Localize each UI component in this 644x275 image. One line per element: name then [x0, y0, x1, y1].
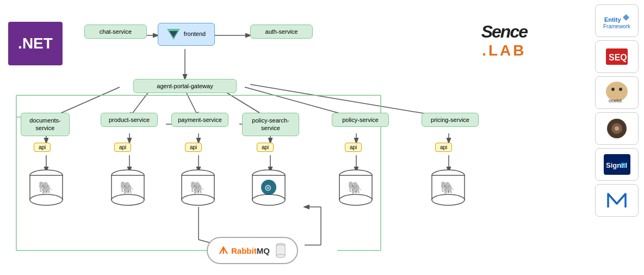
dotnet-text: .NET — [18, 35, 53, 52]
chat-service: chat-service — [84, 25, 147, 39]
policy-search-api: api — [257, 143, 274, 152]
svg-text:🐘: 🐘 — [348, 180, 363, 195]
policy-service: policy-service — [332, 113, 389, 127]
pricing-db: 🐘 — [428, 169, 468, 207]
svg-point-63 — [276, 254, 285, 258]
dotnet-logo: .NET — [8, 22, 63, 65]
chat-label: chat-service — [100, 28, 132, 35]
svg-point-59 — [432, 194, 465, 205]
lab-top-text: Sence — [481, 22, 527, 42]
pricing-service: pricing-service — [422, 113, 479, 127]
entity-framework-icon: Entity Framework — [595, 4, 639, 37]
pricing-label: pricing-service — [431, 117, 469, 123]
svg-text:🐘: 🐘 — [440, 180, 455, 195]
ocelot-icon: ocelot — [595, 76, 639, 109]
product-label: product-service — [109, 117, 150, 123]
gateway-label: agent-portal-gateway — [157, 83, 213, 89]
payment-api-label: api — [190, 144, 197, 150]
product-api: api — [114, 143, 131, 152]
seq-icon: SEQ — [595, 40, 639, 73]
svg-text:🐘: 🐘 — [190, 180, 205, 195]
auth-service: auth-service — [250, 25, 313, 39]
product-service: product-service — [101, 113, 158, 127]
svg-text:🐘: 🐘 — [38, 180, 53, 195]
svg-text:ocelot: ocelot — [609, 98, 622, 103]
svg-text:R: R — [621, 161, 626, 169]
lab-logo: Sence .LAB — [481, 22, 527, 59]
frontend-label: frontend — [184, 30, 206, 37]
payment-label: payment-service — [178, 117, 222, 123]
policy-api: api — [345, 143, 362, 152]
svg-point-69 — [611, 88, 615, 91]
pricing-api: api — [435, 143, 452, 152]
svg-text:⊜: ⊜ — [264, 183, 271, 192]
policy-search-label: policy-search-service — [252, 117, 289, 131]
rabbitmq-label: RabbitMQ — [231, 246, 270, 255]
product-api-label: api — [119, 144, 126, 150]
signalr-icon: Signal R — [595, 148, 639, 181]
svg-text:SEQ: SEQ — [609, 53, 627, 62]
mass-transit-2-icon — [595, 184, 639, 217]
payment-api: api — [185, 143, 202, 152]
svg-line-8 — [250, 84, 446, 117]
rabbitmq-icon: ᗑ — [219, 245, 228, 256]
svg-point-74 — [615, 126, 619, 131]
documents-label: documents-service — [29, 117, 60, 131]
gateway-service: agent-portal-gateway — [133, 79, 237, 93]
svg-point-70 — [619, 88, 622, 91]
policy-db: 🐘 — [336, 169, 376, 207]
arrows-layer — [0, 0, 533, 275]
svg-text:🐘: 🐘 — [120, 180, 135, 195]
pricing-api-label: api — [440, 144, 447, 150]
docs-api-label: api — [39, 144, 46, 150]
svg-point-50 — [252, 194, 285, 205]
lab-bottom-text: .LAB — [481, 42, 527, 59]
policy-label: policy-service — [342, 117, 379, 123]
frontend-service: frontend — [158, 23, 215, 46]
rabbitmq-box: ᗑ RabbitMQ — [207, 237, 298, 264]
payment-service: payment-service — [171, 113, 228, 127]
svg-point-46 — [182, 194, 214, 205]
product-db: 🐘 — [108, 169, 148, 207]
auth-label: auth-service — [265, 28, 298, 35]
policy-api-label: api — [350, 144, 357, 150]
svg-point-55 — [339, 194, 372, 205]
documents-service: documents-service — [21, 113, 70, 136]
svg-point-38 — [30, 194, 63, 205]
documents-api: api — [34, 143, 51, 152]
svg-text:Entity: Entity — [604, 16, 621, 23]
sidebar: Entity Framework SEQ ocelot Signal — [533, 0, 644, 275]
policy-search-db: ⊜ — [249, 169, 289, 207]
svg-text:Framework: Framework — [603, 23, 631, 29]
svg-point-42 — [112, 194, 144, 205]
documents-db: 🐘 — [26, 169, 66, 207]
payment-db: 🐘 — [178, 169, 218, 207]
masstransit-icon — [595, 112, 639, 145]
policy-search-service: policy-search-service — [242, 113, 299, 136]
ps-api-label: api — [262, 144, 269, 150]
